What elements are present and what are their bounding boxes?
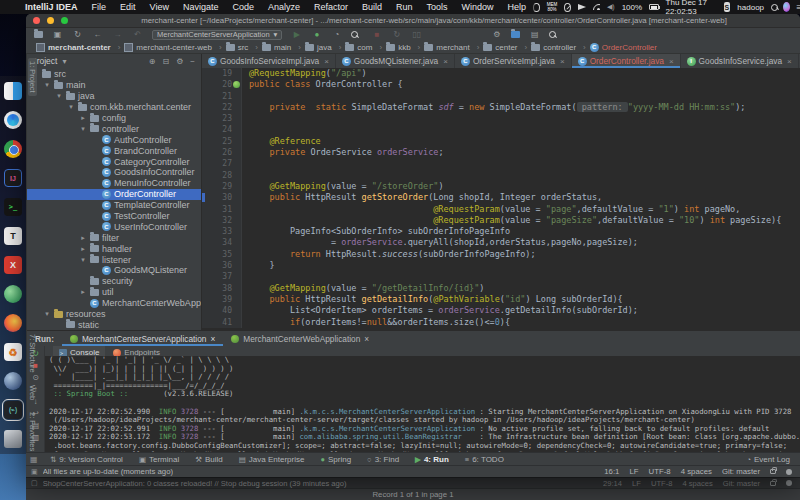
editor-tab-goodsinfoservice-java[interactable]: IGoodsInfoService.java× (681, 54, 799, 68)
toolwindow-terminal[interactable]: ▣Terminal (131, 455, 187, 464)
breadcrumb-item-merchant-center-web[interactable]: merchant-center-web› (124, 43, 225, 52)
run-tab-merchantcenterwebapplication[interactable]: MerchantCenterWebApplication× (223, 331, 377, 346)
code-editor[interactable]: 19@RequestMapping("/api")20public class … (202, 68, 800, 330)
breadcrumb-item-kkb[interactable]: kkb› (386, 43, 424, 52)
indent-widget[interactable]: 4 spaces (682, 479, 712, 488)
run-icon[interactable]: ▶ (291, 30, 302, 39)
status-window-icon[interactable]: ▣ (31, 468, 38, 476)
input-source-icon[interactable]: S (724, 2, 731, 12)
settings-gear-icon[interactable]: ⚙ (174, 57, 185, 66)
menu-navigate[interactable]: Navigate (176, 2, 226, 12)
hector-icon[interactable] (786, 480, 792, 486)
trash-dock-icon[interactable] (4, 430, 22, 448)
toolwindow-3-find[interactable]: ○3: Find (359, 455, 407, 464)
chrome-dock-icon[interactable] (4, 140, 22, 158)
expand-arrow-icon[interactable]: ▸ (79, 234, 87, 242)
tool-stripe-2-favorites[interactable]: 2: Favorites (28, 412, 37, 451)
location-icon[interactable] (578, 4, 586, 10)
locate-file-icon[interactable]: ⊕ (147, 57, 158, 66)
undo-icon[interactable]: ↶ (132, 30, 143, 39)
toolwindow-java-enterprise[interactable]: ▤Java Enterprise (231, 455, 313, 464)
expand-arrow-icon[interactable]: ▾ (79, 256, 87, 264)
sync-icon[interactable]: ↻ (72, 30, 83, 39)
git-branch-widget[interactable]: Git: master (722, 467, 760, 476)
close-icon[interactable]: × (443, 57, 448, 66)
close-icon[interactable]: × (787, 57, 792, 66)
tree-item-controller[interactable]: ▾controller (27, 123, 201, 134)
menu-window[interactable]: Window (455, 2, 501, 12)
tree-item-com-kkb-merchant-center[interactable]: ▾com.kkb.merchant.center (27, 102, 201, 113)
editor-tab-orderserviceimpl-java[interactable]: COrderServiceImpl.java× (455, 54, 572, 68)
coverage-icon[interactable]: ◔ (331, 30, 342, 39)
firefox-dock-icon[interactable] (4, 314, 22, 332)
menu-code[interactable]: Code (225, 2, 261, 12)
spotlight-icon[interactable] (771, 4, 776, 11)
cpu-gauge-icon[interactable] (533, 3, 540, 12)
expand-arrow-icon[interactable]: ▾ (67, 103, 75, 111)
hide-panel-icon[interactable]: − (188, 57, 197, 66)
sphere-dock-icon[interactable] (4, 372, 22, 390)
expand-arrow-icon[interactable]: ▸ (79, 288, 87, 296)
menu-edit[interactable]: Edit (113, 2, 143, 12)
menu-intellij-idea[interactable]: IntelliJ IDEA (18, 2, 85, 12)
close-window-button[interactable] (33, 17, 40, 24)
breadcrumb-item-merchant[interactable]: merchant› (424, 43, 483, 52)
wifi-icon[interactable] (593, 4, 600, 10)
tool-stripe-web[interactable]: Web (28, 385, 37, 400)
close-icon[interactable]: × (364, 334, 369, 344)
expand-arrow-icon[interactable]: ▾ (43, 81, 51, 89)
idea-dock-icon[interactable]: IJ (4, 169, 22, 187)
caret-position-widget[interactable]: 29:14 (603, 479, 622, 488)
typora-dock-icon[interactable]: T (4, 227, 22, 245)
tree-item-main[interactable]: ▾main (27, 80, 201, 91)
tool-stripe-7-structure[interactable]: 7: Structure (28, 334, 37, 373)
project-tree[interactable]: ▾src▾main▾java▾com.kkb.merchant.center▸c… (27, 68, 202, 330)
finder-dock-icon[interactable] (4, 82, 22, 100)
hector-icon[interactable] (786, 469, 792, 475)
breadcrumb-item-java[interactable]: java› (305, 43, 345, 52)
tree-item-merchantcenterwebapplication[interactable]: CMerchantCenterWebApplication (27, 298, 201, 309)
breadcrumb-item-src[interactable]: src› (226, 43, 262, 52)
menubar-clock[interactable]: Thu Dec 17 22:02:53 (666, 0, 717, 16)
debug-icon[interactable]: ● (311, 30, 322, 39)
expand-arrow-icon[interactable]: ▾ (79, 125, 87, 133)
tree-item-authcontroller[interactable]: CAuthController (27, 134, 201, 145)
breadcrumb-item-main[interactable]: main› (262, 43, 305, 52)
restart-icon[interactable]: ↻ (391, 30, 402, 39)
menu-build[interactable]: Build (355, 2, 389, 12)
tree-item-security[interactable]: security (27, 276, 201, 287)
editor-tab-goodsmqlistener-java[interactable]: CGoodsMQListener.java× (336, 54, 455, 68)
tree-item-config[interactable]: ▸config (27, 113, 201, 124)
menubar-user[interactable]: hadoop (737, 3, 764, 12)
toolwindow-6-todo[interactable]: ≡6: TODO (457, 455, 512, 464)
breadcrumb-item-controller[interactable]: controller› (531, 43, 590, 52)
menu-view[interactable]: View (143, 2, 176, 12)
tree-item-templatecontroller[interactable]: CTemplateController (27, 200, 201, 211)
line-separator-widget[interactable]: LF (632, 479, 641, 488)
menu-file[interactable]: File (85, 2, 114, 12)
breadcrumb-item-com[interactable]: com› (345, 43, 386, 52)
breadcrumb-item-ordercontroller[interactable]: COrderController (590, 43, 657, 52)
antivirus-icon[interactable] (564, 3, 571, 12)
back-icon[interactable]: ← (92, 30, 103, 39)
tree-item-brandcontroller[interactable]: CBrandController (27, 145, 201, 156)
chevron-down-icon[interactable]: ▾ (60, 57, 68, 66)
run-tab-merchantcenterserverapplication[interactable]: MerchantCenterServerApplication× (62, 331, 223, 346)
editor-tab-ordercontroller-java[interactable]: COrderController.java× (572, 54, 681, 68)
xmind-dock-icon[interactable]: X (4, 256, 22, 274)
tree-item-goodsinfocontroller[interactable]: CGoodsInfoController (27, 167, 201, 178)
globe-dock-icon[interactable] (4, 285, 22, 303)
zoom-window-button[interactable] (61, 17, 68, 24)
expand-arrow-icon[interactable]: ▾ (55, 92, 63, 100)
lock-icon[interactable] (770, 469, 776, 474)
close-icon[interactable]: × (669, 57, 674, 66)
project-structure-icon[interactable] (511, 31, 520, 38)
encoding-widget[interactable]: UTF-8 (651, 479, 673, 488)
open-file-icon[interactable] (34, 31, 43, 38)
siri-icon[interactable] (783, 2, 790, 12)
memory-widget[interactable]: MEM 80% (547, 2, 558, 12)
menu-run[interactable]: Run (389, 2, 420, 12)
menu-tools[interactable]: Tools (420, 2, 455, 12)
terminal-dock-icon[interactable]: >_ (4, 198, 22, 216)
encoding-widget[interactable]: UTF-8 (649, 467, 671, 476)
